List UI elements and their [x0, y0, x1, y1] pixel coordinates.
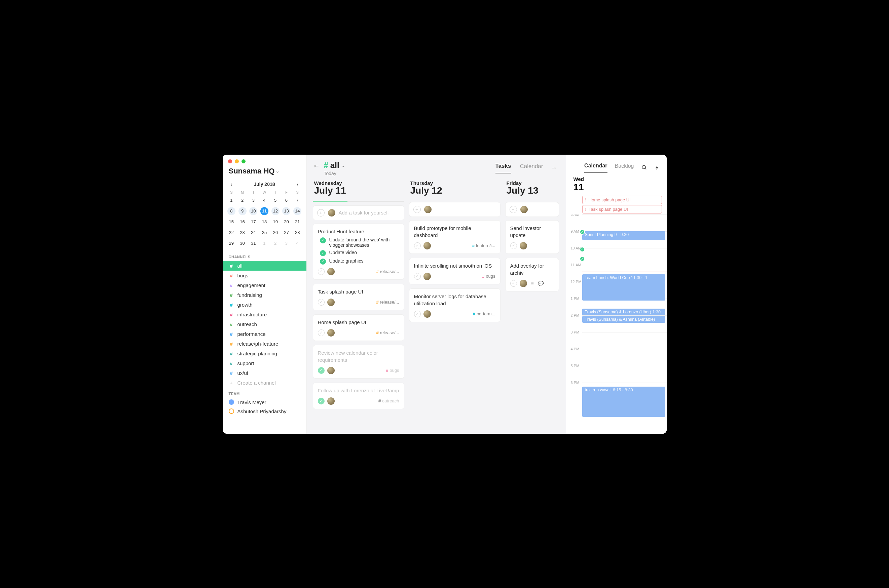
calendar-day[interactable]: 9	[239, 207, 246, 215]
task-card[interactable]: Add overlay for archiv ✓ ≡ 💬	[505, 258, 559, 291]
calendar-day[interactable]: 7	[293, 196, 301, 204]
calendar-day[interactable]: 12	[272, 207, 279, 215]
calendar-day[interactable]: 4	[293, 239, 301, 248]
add-task-input[interactable]: + Add a task for yourself	[313, 206, 404, 220]
calendar-event[interactable]: Team Lunch: World Cup 11:30 - 1	[582, 274, 665, 300]
subtask[interactable]: ✓ Update graphics	[320, 258, 399, 265]
complete-toggle[interactable]: ✓	[414, 310, 421, 317]
calendar-day[interactable]: 15	[227, 218, 236, 226]
complete-toggle[interactable]: ✓	[414, 242, 421, 249]
sidebar-channel-growth[interactable]: #growth	[223, 300, 306, 310]
sidebar-channel-uxui[interactable]: #ux/ui	[223, 368, 306, 378]
tag[interactable]: # bugs	[482, 274, 495, 279]
task-card[interactable]: Task splash page UI ✓ # release/...	[313, 284, 404, 310]
calendar-day[interactable]: 19	[272, 218, 279, 226]
rtab-backlog[interactable]: Backlog	[615, 163, 634, 172]
calendar-day[interactable]: 21	[293, 218, 301, 226]
calendar-day[interactable]: 23	[239, 229, 246, 237]
calendar-day[interactable]: 18	[260, 218, 269, 226]
sidebar-channel-all[interactable]: #all	[223, 261, 306, 271]
calendar-day[interactable]: 3	[249, 196, 257, 204]
calendar-event[interactable]: Sprint Planning 9 - 9:30	[582, 231, 665, 240]
calendar-day[interactable]: 27	[282, 229, 290, 237]
calendar-day[interactable]: 29	[227, 239, 236, 248]
calendar-day[interactable]: 30	[239, 239, 246, 248]
next-month[interactable]: ›	[295, 180, 300, 188]
task-card[interactable]: Product Hunt feature ✓ Update 'around th…	[313, 224, 404, 280]
calendar-day[interactable]: 25	[260, 229, 269, 237]
calendar-day[interactable]: 2	[239, 196, 246, 204]
bolt-icon[interactable]	[655, 165, 659, 171]
calendar-day[interactable]: 20	[282, 218, 290, 226]
calendar-day[interactable]: 3	[282, 239, 290, 248]
tag[interactable]: # perform...	[473, 311, 495, 316]
day-schedule[interactable]: 8 AM9 AM10 AM11 AM12 PM1 PM2 PM3 PM4 PM5…	[566, 214, 667, 434]
calendar-day[interactable]: 24	[249, 229, 257, 237]
expand-right-icon[interactable]: ⇥	[552, 165, 556, 171]
complete-toggle[interactable]: ✓	[318, 299, 324, 306]
complete-toggle[interactable]: ✓	[318, 367, 324, 374]
unscheduled-warning[interactable]: !Home splash page UI	[582, 196, 662, 204]
sidebar-channel-releasephfeature[interactable]: #release/ph-feature	[223, 339, 306, 349]
tag[interactable]: # release/...	[376, 269, 399, 274]
calendar-day[interactable]: 10	[249, 207, 257, 215]
task-card[interactable]: Build prototype for mobile dashboard ✓ #…	[409, 220, 500, 254]
calendar-day[interactable]: 6	[282, 196, 290, 204]
calendar-day[interactable]: 1	[260, 239, 269, 248]
maximize-window[interactable]	[242, 159, 246, 164]
complete-toggle[interactable]: ✓	[414, 273, 421, 280]
collapse-left-icon[interactable]: ⇤	[314, 163, 318, 169]
complete-toggle[interactable]: ✓	[510, 280, 517, 287]
subtask[interactable]: ✓ Update 'around the web' with vlogger s…	[320, 237, 399, 248]
prev-month[interactable]: ‹	[229, 180, 234, 188]
complete-toggle[interactable]: ✓	[318, 330, 324, 336]
tab-tasks[interactable]: Tasks	[496, 163, 511, 174]
sidebar-channel-performance[interactable]: #performance	[223, 329, 306, 339]
task-card[interactable]: Follow up with Lorenzo at LiveRamp ✓ # o…	[313, 382, 404, 409]
calendar-day[interactable]: 11	[260, 207, 269, 215]
calendar-day[interactable]: 28	[293, 229, 301, 237]
calendar-day[interactable]: 17	[249, 218, 257, 226]
calendar-day[interactable]: 4	[260, 196, 269, 204]
calendar-day[interactable]: 13	[282, 207, 290, 215]
complete-toggle[interactable]: ✓	[318, 268, 324, 275]
calendar-day[interactable]: 16	[239, 218, 246, 226]
minimize-window[interactable]	[235, 159, 239, 164]
team-member[interactable]: Ashutosh Priyadarshy	[223, 407, 306, 416]
tag[interactable]: # outreach	[378, 398, 399, 404]
task-card[interactable]: Review new calendar color requirements ✓…	[313, 345, 404, 378]
search-icon[interactable]	[641, 165, 647, 171]
close-window[interactable]	[228, 159, 232, 164]
add-task-input[interactable]: +	[505, 202, 559, 217]
rtab-calendar[interactable]: Calendar	[584, 163, 607, 173]
team-member[interactable]: Travis Meyer	[223, 398, 306, 407]
task-card[interactable]: Monitor server logs for database utiliza…	[409, 288, 500, 322]
add-task-input[interactable]: +	[409, 202, 500, 217]
sidebar-channel-infrastructure[interactable]: #infrastructure	[223, 310, 306, 320]
create-channel[interactable]: + Create a channel	[223, 378, 306, 388]
calendar-event[interactable]: Travis (Sunsama) & Ashima (Airtable)	[582, 316, 665, 323]
complete-toggle[interactable]: ✓	[318, 398, 324, 405]
sidebar-channel-support[interactable]: #support	[223, 358, 306, 368]
sidebar-channel-strategicplanning[interactable]: #strategic-planning	[223, 349, 306, 358]
tab-calendar[interactable]: Calendar	[520, 163, 543, 173]
calendar-day[interactable]: 1	[227, 196, 236, 204]
tag[interactable]: # release/...	[376, 330, 399, 335]
calendar-day[interactable]: 31	[249, 239, 257, 248]
calendar-day[interactable]: 8	[227, 207, 236, 215]
tag[interactable]: # feature/i...	[472, 243, 496, 248]
calendar-day[interactable]: 22	[227, 229, 236, 237]
calendar-day[interactable]: 2	[272, 239, 279, 248]
calendar-day[interactable]: 5	[272, 196, 279, 204]
sidebar-channel-bugs[interactable]: #bugs	[223, 271, 306, 280]
calendar-event[interactable]: trail run w/walt 6:15 - 8:30	[582, 387, 665, 417]
task-card[interactable]: Send investor update ✓	[505, 220, 559, 254]
tag[interactable]: # release/...	[376, 300, 399, 304]
workspace-switcher[interactable]: Sunsama HQ ⌄	[223, 154, 306, 178]
sidebar-channel-fundraising[interactable]: #fundraising	[223, 290, 306, 300]
calendar-day[interactable]: 26	[272, 229, 279, 237]
calendar-event[interactable]: Travis (Sunsama) & Lorenzo (Uber) 1:30 -…	[582, 309, 665, 315]
sidebar-channel-engagement[interactable]: #engagement	[223, 280, 306, 290]
calendar-day[interactable]: 14	[293, 207, 301, 215]
task-card[interactable]: Home splash page UI ✓ # release/...	[313, 314, 404, 341]
